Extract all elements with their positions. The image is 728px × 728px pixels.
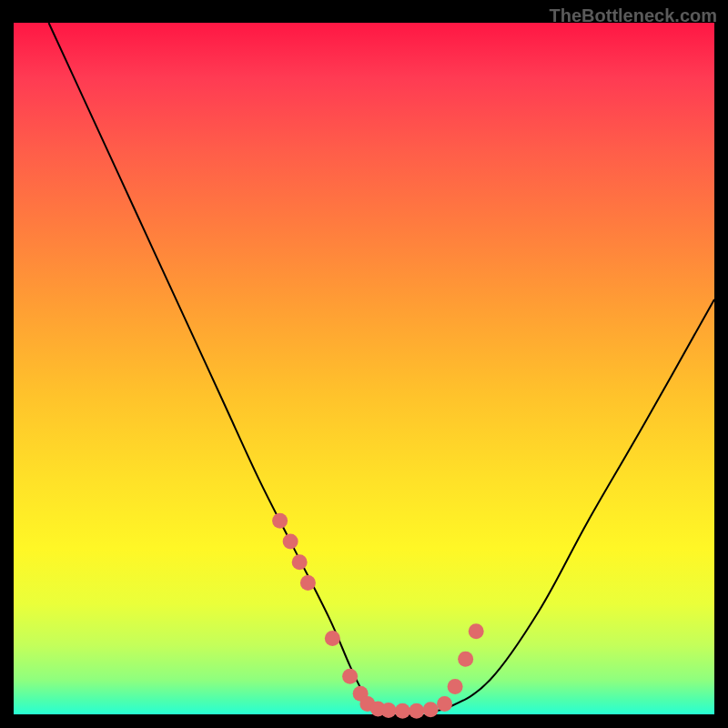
- highlight-dot: [469, 623, 484, 639]
- highlight-dot: [380, 703, 396, 718]
- highlight-dot: [342, 669, 358, 684]
- highlight-dot: [325, 631, 340, 646]
- plot-area: [14, 23, 714, 714]
- chart-container: TheBottleneck.com: [0, 0, 728, 728]
- highlight-dot: [448, 679, 463, 694]
- highlight-dot: [300, 575, 316, 591]
- bottleneck-curve-svg: [14, 23, 714, 714]
- highlight-dot: [283, 534, 298, 550]
- highlight-dot: [437, 696, 452, 712]
- highlight-dot: [423, 702, 439, 717]
- highlight-dot: [395, 703, 410, 719]
- highlight-dot: [409, 703, 424, 719]
- highlight-dot: [458, 652, 473, 667]
- highlight-dot: [272, 513, 288, 529]
- watermark-label: TheBottleneck.com: [550, 5, 717, 26]
- highlight-dots-group: [272, 513, 484, 719]
- bottleneck-curve-path: [49, 23, 715, 712]
- highlight-dot: [292, 554, 308, 570]
